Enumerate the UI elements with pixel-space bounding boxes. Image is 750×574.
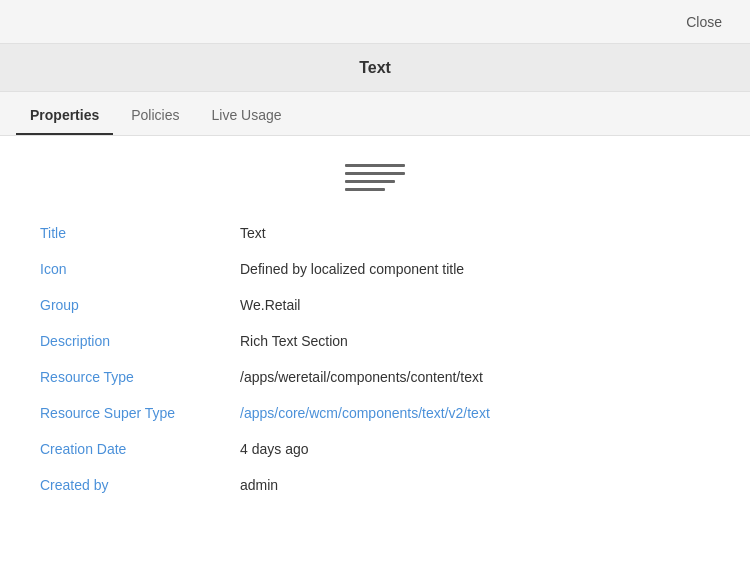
top-bar: Close bbox=[0, 0, 750, 44]
prop-row-description: Description Rich Text Section bbox=[40, 323, 710, 359]
prop-row-resource-type: Resource Type /apps/weretail/components/… bbox=[40, 359, 710, 395]
text-lines-icon bbox=[345, 164, 405, 191]
prop-row-icon: Icon Defined by localized component titl… bbox=[40, 251, 710, 287]
prop-value-resource-type: /apps/weretail/components/content/text bbox=[240, 369, 710, 385]
tab-properties[interactable]: Properties bbox=[16, 97, 113, 135]
icon-line-3 bbox=[345, 180, 395, 183]
prop-value-created-by: admin bbox=[240, 477, 710, 493]
icon-line-4 bbox=[345, 188, 385, 191]
prop-row-group: Group We.Retail bbox=[40, 287, 710, 323]
close-button[interactable]: Close bbox=[678, 10, 730, 34]
prop-row-created-by: Created by admin bbox=[40, 467, 710, 503]
prop-label-description: Description bbox=[40, 333, 240, 349]
prop-row-resource-super-type: Resource Super Type /apps/core/wcm/compo… bbox=[40, 395, 710, 431]
prop-label-group: Group bbox=[40, 297, 240, 313]
prop-label-title: Title bbox=[40, 225, 240, 241]
prop-value-creation-date: 4 days ago bbox=[240, 441, 710, 457]
prop-label-resource-super-type: Resource Super Type bbox=[40, 405, 240, 421]
dialog-title: Text bbox=[359, 59, 391, 77]
tab-live-usage[interactable]: Live Usage bbox=[198, 97, 296, 135]
content-area: Title Text Icon Defined by localized com… bbox=[0, 136, 750, 574]
prop-value-resource-super-type[interactable]: /apps/core/wcm/components/text/v2/text bbox=[240, 405, 710, 421]
prop-label-created-by: Created by bbox=[40, 477, 240, 493]
title-bar: Text bbox=[0, 44, 750, 92]
prop-row-title: Title Text bbox=[40, 215, 710, 251]
prop-label-resource-type: Resource Type bbox=[40, 369, 240, 385]
icon-line-1 bbox=[345, 164, 405, 167]
prop-label-icon: Icon bbox=[40, 261, 240, 277]
prop-value-icon: Defined by localized component title bbox=[240, 261, 710, 277]
tab-policies[interactable]: Policies bbox=[117, 97, 193, 135]
tabs-container: Properties Policies Live Usage bbox=[0, 92, 750, 136]
properties-table: Title Text Icon Defined by localized com… bbox=[40, 215, 710, 503]
prop-label-creation-date: Creation Date bbox=[40, 441, 240, 457]
prop-value-title: Text bbox=[240, 225, 710, 241]
component-icon-area bbox=[40, 164, 710, 191]
prop-value-description: Rich Text Section bbox=[240, 333, 710, 349]
prop-row-creation-date: Creation Date 4 days ago bbox=[40, 431, 710, 467]
icon-line-2 bbox=[345, 172, 405, 175]
prop-value-group: We.Retail bbox=[240, 297, 710, 313]
